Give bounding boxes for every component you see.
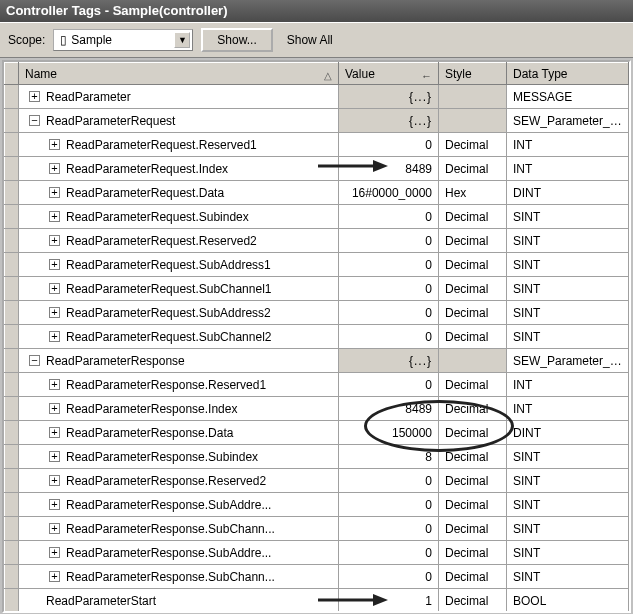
collapse-icon[interactable]: −	[29, 355, 40, 366]
expand-icon[interactable]: +	[49, 211, 60, 222]
table-row[interactable]: +ReadParameterResponse.SubAddre...0Decim…	[5, 541, 629, 565]
row-gutter[interactable]	[5, 109, 19, 133]
expand-icon[interactable]: +	[49, 475, 60, 486]
expand-icon[interactable]: +	[49, 259, 60, 270]
scope-dropdown[interactable]: ▯ Sample ▼	[53, 29, 193, 51]
expand-icon[interactable]: +	[49, 139, 60, 150]
table-row[interactable]: +ReadParameterResponse.Data150000Decimal…	[5, 421, 629, 445]
row-gutter[interactable]	[5, 301, 19, 325]
row-gutter[interactable]	[5, 493, 19, 517]
tag-value[interactable]: 150000	[339, 421, 439, 445]
row-gutter[interactable]	[5, 469, 19, 493]
col-header-value[interactable]: Value ←	[339, 63, 439, 85]
expand-icon[interactable]: +	[49, 187, 60, 198]
collapse-icon[interactable]: −	[29, 115, 40, 126]
table-row[interactable]: +ReadParameterResponse.SubChann...0Decim…	[5, 517, 629, 541]
row-gutter[interactable]	[5, 421, 19, 445]
tag-style[interactable]: Decimal	[439, 133, 507, 157]
tag-style[interactable]: Decimal	[439, 229, 507, 253]
col-header-name[interactable]: Name △	[19, 63, 339, 85]
tag-value[interactable]: 8489	[339, 157, 439, 181]
col-header-datatype[interactable]: Data Type	[507, 63, 629, 85]
row-gutter[interactable]	[5, 397, 19, 421]
row-gutter[interactable]	[5, 229, 19, 253]
tag-value[interactable]: 0	[339, 565, 439, 589]
tag-value[interactable]: 0	[339, 133, 439, 157]
tag-value[interactable]: 1	[339, 589, 439, 613]
expand-icon[interactable]: +	[49, 451, 60, 462]
tag-style[interactable]: Decimal	[439, 493, 507, 517]
row-gutter[interactable]	[5, 181, 19, 205]
tag-value[interactable]: 8489	[339, 397, 439, 421]
tag-style[interactable]: Decimal	[439, 469, 507, 493]
row-gutter[interactable]	[5, 565, 19, 589]
table-row[interactable]: +ReadParameter{...}MESSAGE	[5, 85, 629, 109]
show-all-label[interactable]: Show All	[281, 33, 339, 47]
table-row[interactable]: +ReadParameterRequest.SubChannel20Decima…	[5, 325, 629, 349]
tag-value[interactable]: 0	[339, 493, 439, 517]
tag-style[interactable]: Decimal	[439, 445, 507, 469]
tag-style[interactable]: Decimal	[439, 277, 507, 301]
row-gutter[interactable]	[5, 373, 19, 397]
row-gutter[interactable]	[5, 517, 19, 541]
tag-value[interactable]: 0	[339, 325, 439, 349]
tag-value[interactable]: 0	[339, 541, 439, 565]
table-row[interactable]: +ReadParameterRequest.Reserved20DecimalS…	[5, 229, 629, 253]
table-row[interactable]: +ReadParameterRequest.SubAddress20Decima…	[5, 301, 629, 325]
expand-icon[interactable]: +	[29, 91, 40, 102]
tag-value[interactable]: 0	[339, 277, 439, 301]
tag-style[interactable]: Decimal	[439, 301, 507, 325]
table-row[interactable]: −ReadParameterResponse{...}SEW_Parameter…	[5, 349, 629, 373]
tag-value[interactable]: 0	[339, 469, 439, 493]
expand-icon[interactable]: +	[49, 331, 60, 342]
table-row[interactable]: +ReadParameterRequest.Subindex0DecimalSI…	[5, 205, 629, 229]
expand-icon[interactable]: +	[49, 235, 60, 246]
row-gutter[interactable]	[5, 253, 19, 277]
tag-style[interactable]: Decimal	[439, 397, 507, 421]
expand-icon[interactable]: +	[49, 427, 60, 438]
expand-icon[interactable]: +	[49, 571, 60, 582]
row-gutter[interactable]	[5, 445, 19, 469]
tag-value[interactable]: 16#0000_0000	[339, 181, 439, 205]
tag-value[interactable]: 0	[339, 253, 439, 277]
tag-style[interactable]: Hex	[439, 181, 507, 205]
table-row[interactable]: +ReadParameterRequest.Data16#0000_0000He…	[5, 181, 629, 205]
table-row[interactable]: +ReadParameterRequest.Reserved10DecimalI…	[5, 133, 629, 157]
expand-icon[interactable]: +	[49, 163, 60, 174]
col-header-style[interactable]: Style	[439, 63, 507, 85]
tag-value[interactable]: 8	[339, 445, 439, 469]
tag-style[interactable]: Decimal	[439, 541, 507, 565]
expand-icon[interactable]: +	[49, 283, 60, 294]
table-row[interactable]: +ReadParameterResponse.Reserved10Decimal…	[5, 373, 629, 397]
tag-value[interactable]: 0	[339, 301, 439, 325]
tag-style[interactable]: Decimal	[439, 589, 507, 613]
show-button[interactable]: Show...	[201, 28, 272, 52]
expand-icon[interactable]: +	[49, 379, 60, 390]
table-row[interactable]: +ReadParameterResponse.Subindex8DecimalS…	[5, 445, 629, 469]
table-row[interactable]: +ReadParameterResponse.SubAddre...0Decim…	[5, 493, 629, 517]
row-gutter[interactable]	[5, 349, 19, 373]
expand-icon[interactable]: +	[49, 523, 60, 534]
tag-value[interactable]: 0	[339, 373, 439, 397]
tag-value[interactable]: 0	[339, 517, 439, 541]
row-gutter[interactable]	[5, 205, 19, 229]
expand-icon[interactable]: +	[49, 547, 60, 558]
row-gutter[interactable]	[5, 85, 19, 109]
tag-style[interactable]: Decimal	[439, 157, 507, 181]
row-gutter[interactable]	[5, 325, 19, 349]
table-row[interactable]: +ReadParameterRequest.SubChannel10Decima…	[5, 277, 629, 301]
table-row[interactable]: +ReadParameterResponse.Index8489DecimalI…	[5, 397, 629, 421]
expand-icon[interactable]: +	[49, 403, 60, 414]
tag-style[interactable]: Decimal	[439, 373, 507, 397]
tag-style[interactable]: Decimal	[439, 253, 507, 277]
table-row[interactable]: +ReadParameterRequest.Index8489DecimalIN…	[5, 157, 629, 181]
expand-icon[interactable]: +	[49, 499, 60, 510]
tag-style[interactable]: Decimal	[439, 421, 507, 445]
table-row[interactable]: +ReadParameterResponse.SubChann...0Decim…	[5, 565, 629, 589]
chevron-down-icon[interactable]: ▼	[174, 32, 190, 48]
table-row[interactable]: −ReadParameterRequest{...}SEW_Parameter_…	[5, 109, 629, 133]
tag-style[interactable]: Decimal	[439, 565, 507, 589]
tag-style[interactable]: Decimal	[439, 325, 507, 349]
table-row[interactable]: +ReadParameterResponse.Reserved20Decimal…	[5, 469, 629, 493]
row-gutter[interactable]	[5, 133, 19, 157]
